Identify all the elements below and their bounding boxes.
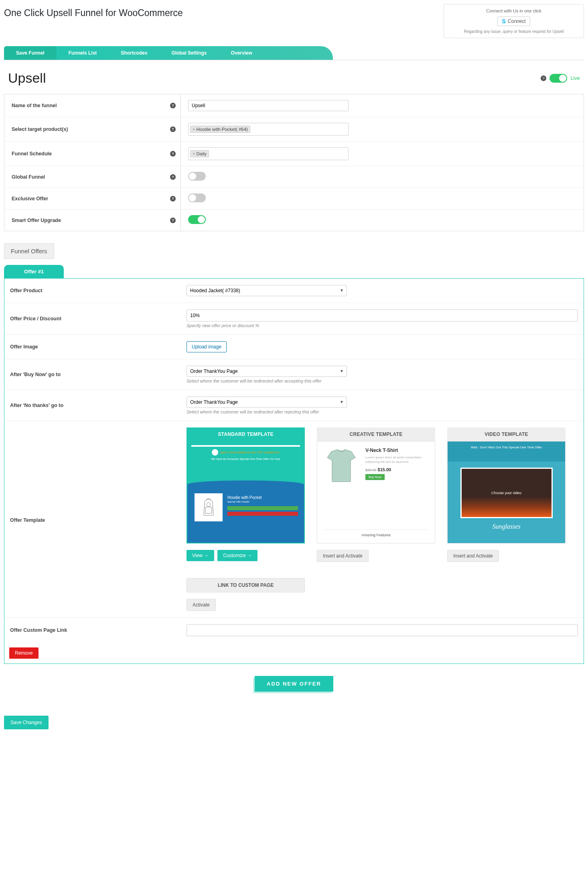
template-custom: LINK TO CUSTOM PAGE Activate <box>187 578 305 611</box>
label-offer-price: Offer Price / Discount <box>4 303 181 335</box>
help-icon[interactable]: ? <box>170 103 176 108</box>
svg-point-0 <box>207 503 211 507</box>
template-standard: STANDARD TEMPLATE WAIT YOUR ORDER IS NOT… <box>187 427 305 562</box>
custom-page-link-input[interactable] <box>187 624 578 636</box>
template-video-header: VIDEO TEMPLATE <box>447 427 566 441</box>
offer-price-help: Specify new offer price or discount % <box>187 323 578 328</box>
tab-save-funnel[interactable]: Save Funnel <box>4 46 57 60</box>
smart-upgrade-toggle[interactable] <box>188 215 206 224</box>
template-customize-button[interactable]: Customize → <box>217 550 258 561</box>
after-no-thanks-help: Select where the customer will be redire… <box>187 409 578 414</box>
upload-image-button[interactable]: Upload image <box>187 341 227 352</box>
offer-price-input[interactable] <box>187 309 578 322</box>
product-image-placeholder <box>195 493 223 521</box>
schedule-input[interactable]: ×Daily <box>188 147 349 160</box>
label-offer-product: Offer Product <box>4 279 181 303</box>
help-icon[interactable]: ? <box>170 218 176 223</box>
exclusive-offer-toggle[interactable] <box>188 193 206 202</box>
connect-button-label: Connect <box>508 18 526 24</box>
template-standard-preview[interactable]: WAIT YOUR ORDER IS NOT YET COMPLETE We h… <box>187 441 305 543</box>
tab-global-settings[interactable]: Global Settings <box>159 46 219 60</box>
template-creative-preview[interactable]: V-Neck T-Shirt Lorem ipsum dolor sit ame… <box>317 441 435 543</box>
connect-text: Connect with Us in one click <box>452 8 576 13</box>
label-schedule: Funnel Schedule ? <box>4 142 181 166</box>
connect-subtext: Regarding any issue, query or feature re… <box>452 29 576 34</box>
offer-1-box: Offer Product Hooded Jacket( #7338) Offe… <box>4 278 584 664</box>
template-custom-activate-button[interactable]: Activate <box>187 599 216 611</box>
after-buy-now-help: Select where the customer will be redire… <box>187 379 578 383</box>
label-after-no-thanks: After 'No thanks' go to <box>4 390 181 421</box>
badge-icon <box>212 449 218 456</box>
label-exclusive-offer: Exclusive Offer ? <box>4 188 181 210</box>
help-icon[interactable]: ? <box>170 174 176 180</box>
live-toggle[interactable] <box>549 74 567 83</box>
tab-funnels-list[interactable]: Funnels List <box>57 46 109 60</box>
template-creative: CREATIVE TEMPLATE <box>317 427 435 562</box>
after-no-thanks-select[interactable]: Order ThankYou Page <box>187 397 347 408</box>
template-view-button[interactable]: View → <box>187 550 214 561</box>
live-label: Live <box>570 75 580 81</box>
label-offer-template: Offer Template <box>4 421 181 618</box>
template-creative-header: CREATIVE TEMPLATE <box>317 427 435 441</box>
help-icon-live[interactable]: ? <box>541 75 546 81</box>
save-changes-button[interactable]: Save Changes <box>4 716 49 729</box>
label-custom-page-link: Offer Custom Page Link <box>4 618 181 643</box>
offer-1-tab[interactable]: Offer #1 <box>4 265 64 278</box>
page-title: One Click Upsell Funnel for WooCommerce <box>4 4 183 20</box>
funnel-offers-header: Funnel Offers <box>4 243 54 259</box>
tag-remove-icon[interactable]: × <box>193 151 195 156</box>
label-smart-upgrade: Smart Offer Upgrade ? <box>4 210 181 231</box>
remove-offer-button[interactable]: Remove <box>9 647 39 659</box>
label-offer-image: Offer Image <box>4 335 181 359</box>
template-standard-header: STANDARD TEMPLATE <box>187 427 305 441</box>
template-video-activate-button[interactable]: Insert and Activate <box>447 550 499 562</box>
connect-button[interactable]: S Connect <box>497 16 530 26</box>
funnel-title: Upsell <box>8 70 46 86</box>
funnel-name-input[interactable] <box>188 100 349 111</box>
skype-icon: S <box>502 18 505 24</box>
after-buy-now-select[interactable]: Order ThankYou Page <box>187 366 347 377</box>
tab-shortcodes[interactable]: Shortcodes <box>109 46 159 60</box>
label-global-funnel: Global Funnel ? <box>4 166 181 188</box>
tshirt-icon <box>323 448 359 486</box>
nav-tabs: Save Funnel Funnels List Shortcodes Glob… <box>4 46 333 60</box>
global-funnel-toggle[interactable] <box>188 172 206 181</box>
label-funnel-name: Name of the funnel ? <box>4 94 181 117</box>
template-custom-header: LINK TO CUSTOM PAGE <box>187 578 305 592</box>
tab-overview[interactable]: Overview <box>219 46 264 60</box>
schedule-tag[interactable]: ×Daily <box>190 150 209 157</box>
add-new-offer-button[interactable]: ADD NEW OFFER <box>255 676 333 692</box>
target-products-input[interactable]: ×Hoodie with Pocket( #64) <box>188 123 349 136</box>
target-product-tag[interactable]: ×Hoodie with Pocket( #64) <box>190 126 250 133</box>
help-icon[interactable]: ? <box>170 151 176 157</box>
template-video: VIDEO TEMPLATE Wait - Don't Miss Out Thi… <box>447 427 566 562</box>
help-icon[interactable]: ? <box>170 196 176 201</box>
tag-remove-icon[interactable]: × <box>193 127 195 132</box>
template-video-preview[interactable]: Wait - Don't Miss Out This Special One T… <box>447 441 566 543</box>
label-after-buy-now: After 'Buy Now' go to <box>4 359 181 390</box>
template-creative-activate-button[interactable]: Insert and Activate <box>317 550 369 562</box>
connect-box: Connect with Us in one click S Connect R… <box>444 4 584 38</box>
help-icon[interactable]: ? <box>170 126 176 132</box>
label-target-products: Select target product(s) ? <box>4 117 181 142</box>
offer-product-select[interactable]: Hooded Jacket( #7338) <box>187 285 347 296</box>
